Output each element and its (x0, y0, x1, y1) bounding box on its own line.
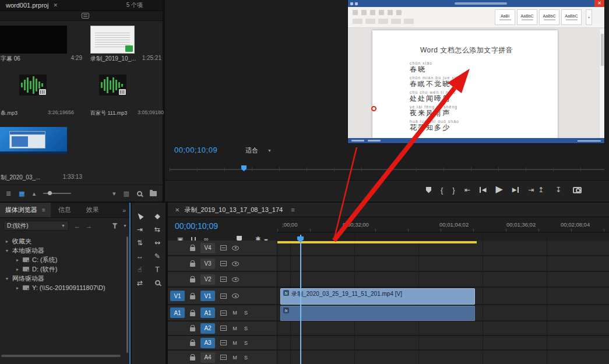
slip-tool[interactable]: ↔ (132, 250, 147, 262)
clip-thumbnail-desktop[interactable] (0, 127, 67, 154)
tree-item-local-drives[interactable]: ▾ 本地驱动器 (0, 246, 125, 255)
lock-icon[interactable] (190, 295, 195, 299)
step-back-icon[interactable]: ◀ (480, 187, 487, 193)
source-patch-a1[interactable]: A1 (170, 308, 185, 318)
panel-menu-icon[interactable]: ≡ (42, 207, 45, 213)
lock-icon[interactable] (190, 263, 195, 267)
audio-clip-a1[interactable]: fx (280, 306, 475, 321)
drive-dropdown[interactable]: D:(软件) ▼ (3, 221, 69, 231)
sync-lock-icon[interactable] (220, 340, 227, 345)
tab-overflow-icon[interactable]: » (122, 207, 126, 214)
mute-button[interactable]: M (232, 326, 238, 331)
export-frame-icon[interactable] (573, 187, 582, 193)
horizontal-scrollbar[interactable] (1, 355, 121, 357)
selection-tool[interactable] (132, 210, 147, 222)
back-icon[interactable]: ← (74, 222, 80, 229)
panel-menu-icon[interactable]: ≡ (291, 206, 294, 213)
tree-item-favorites[interactable]: ▸ 收藏夹 (0, 236, 125, 246)
go-to-in-icon[interactable]: ⇤ (464, 186, 470, 193)
slide-tool[interactable]: ↭ (150, 236, 165, 249)
track-name-v4[interactable]: V4 (200, 243, 215, 253)
list-view-icon[interactable]: ≣ (6, 190, 11, 197)
type-tool[interactable]: T (150, 263, 165, 275)
sync-lock-icon[interactable] (220, 277, 227, 282)
timeline-playhead-line[interactable] (300, 235, 301, 364)
monitor-timecode[interactable]: 00;00;10;09 (174, 146, 217, 154)
chevron-right-icon[interactable]: ▸ (15, 285, 20, 291)
track-lane[interactable] (277, 321, 609, 336)
mute-button[interactable]: M (232, 310, 238, 316)
step-forward-icon[interactable]: ▶ (512, 187, 519, 193)
project-writable-icon[interactable] (82, 13, 89, 19)
track-name-v3[interactable]: V3 (200, 259, 215, 269)
chevron-right-icon[interactable]: ▸ (15, 267, 20, 272)
lock-icon[interactable] (190, 278, 195, 282)
track-lane[interactable] (277, 351, 609, 364)
lift-icon[interactable]: ↥ (538, 186, 544, 193)
filter-dropdown-icon[interactable]: ▼ (123, 224, 127, 228)
track-name-a4[interactable]: A4 (200, 352, 215, 363)
clip-thumbnail-subtitle[interactable] (0, 26, 67, 54)
sync-lock-icon[interactable] (220, 261, 227, 266)
tree-item-drive-c[interactable]: ▸ C: (系统) (0, 255, 125, 264)
audio-thumbnail-mp3[interactable] (19, 75, 47, 96)
track-name-a2[interactable]: A2 (200, 323, 215, 334)
program-monitor[interactable]: ✕ AaBI AaBbC AaBbC AaBbC ▾ Word 文档怎么添加文字… (165, 0, 609, 202)
new-bin-icon[interactable] (150, 191, 157, 196)
sync-lock-icon[interactable] (220, 355, 227, 360)
video-clip-v1[interactable]: fx 录制_2020_03_25_19_11_51_201.mp4 [V] (280, 288, 475, 305)
pen-tool[interactable]: ✎ (150, 250, 165, 262)
thumbnail-size-slider[interactable] (43, 193, 71, 194)
razor-tool[interactable]: ◆ (150, 210, 165, 222)
mute-button[interactable]: M (232, 355, 238, 361)
solo-button[interactable]: S (243, 326, 249, 331)
lock-icon[interactable] (190, 356, 195, 361)
extract-icon[interactable]: ↧ (555, 186, 561, 193)
work-area-bar[interactable] (277, 241, 477, 243)
rolling-edit-tool[interactable]: ⇅ (132, 236, 147, 249)
rate-stretch-tool[interactable]: ⇄ (132, 277, 147, 289)
sequence-tab[interactable]: 录制_2019_10_13_17_08_13_174 (184, 206, 283, 214)
zoom-level-dropdown[interactable]: 适合 ▼ (242, 145, 275, 156)
timeline-timecode[interactable]: 00;00;10;09 (175, 221, 218, 231)
tree-item-drive-d[interactable]: ▸ D: (软件) (0, 264, 125, 274)
track-select-forward-tool[interactable]: ⇥ (132, 223, 147, 235)
track-name-v2[interactable]: V2 (200, 274, 215, 285)
mark-in-icon[interactable]: { (441, 186, 443, 194)
sync-lock-icon[interactable] (220, 310, 227, 316)
tree-item-network-drives[interactable]: ▾ 网络驱动器 (0, 274, 125, 283)
lock-icon[interactable] (190, 247, 195, 251)
close-icon[interactable]: ✕ (175, 207, 179, 213)
track-name-a3[interactable]: A3 (200, 338, 215, 348)
sort-icon[interactable]: ▾ (112, 190, 116, 197)
toggle-track-output-icon[interactable] (232, 294, 239, 298)
chevron-down-icon[interactable]: ▾ (5, 248, 9, 253)
monitor-scrubber[interactable] (170, 165, 604, 172)
automate-to-sequence-icon[interactable]: ▥ (124, 190, 129, 197)
tab-media-browser[interactable]: 媒体浏览器 ≡ (0, 203, 51, 217)
play-button[interactable]: ▶ (495, 185, 502, 194)
chevron-right-icon[interactable]: ▸ (15, 257, 20, 263)
hand-tool[interactable]: ☝ (132, 263, 147, 275)
monitor-playhead[interactable] (241, 165, 247, 171)
sync-lock-icon[interactable] (220, 245, 227, 250)
track-name-a1[interactable]: A1 (200, 308, 215, 318)
lock-icon[interactable] (190, 342, 195, 346)
find-icon[interactable] (137, 191, 142, 196)
toggle-track-output-icon[interactable] (232, 246, 239, 250)
lock-icon[interactable] (190, 312, 195, 316)
clip-thumbnail-recording-doc[interactable] (90, 26, 135, 54)
toggle-track-output-icon[interactable] (232, 277, 239, 282)
filter-icon[interactable] (112, 223, 118, 229)
track-name-v1[interactable]: V1 (200, 291, 215, 301)
add-marker-icon[interactable] (426, 187, 431, 193)
track-lane[interactable] (277, 256, 609, 272)
close-icon[interactable]: ✕ (53, 2, 58, 8)
sync-lock-icon[interactable] (220, 326, 227, 331)
timeline-ruler[interactable]: ;00;00 0;00;32;00 00;01;04;02 00;01;36;0… (277, 217, 609, 232)
vertical-scrollbar[interactable] (126, 236, 128, 353)
solo-button[interactable]: S (243, 340, 249, 346)
toggle-track-output-icon[interactable] (232, 261, 239, 266)
tab-effects[interactable]: 效果 (79, 206, 107, 214)
forward-icon[interactable]: → (86, 222, 92, 229)
